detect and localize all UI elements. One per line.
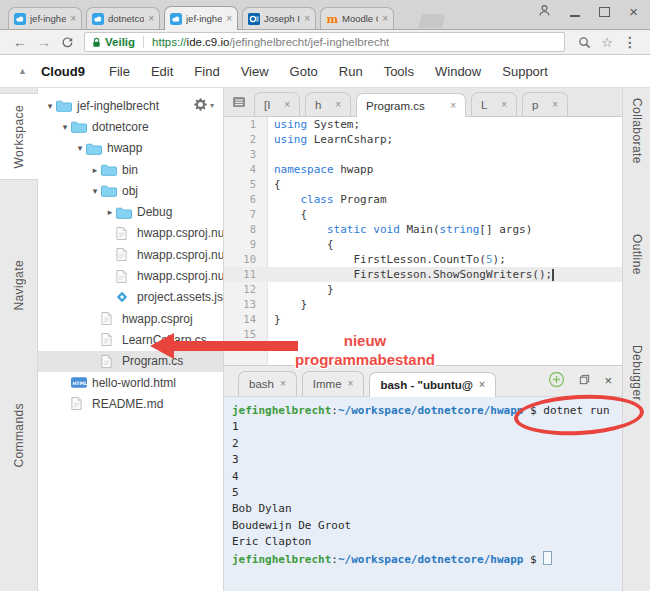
code-line[interactable]: 7 { [224, 207, 622, 222]
tab-close-icon[interactable] [552, 100, 558, 110]
right-rail-tab[interactable]: Debugger [630, 345, 644, 405]
tree-item[interactable]: hwapp.csproj [38, 308, 223, 329]
menu-item[interactable]: View [241, 64, 269, 79]
code-line[interactable]: 11 FirstLesson.ShowSongWriters(); [224, 267, 622, 282]
menu-item[interactable]: Run [339, 64, 363, 79]
code-editor[interactable]: 1 using System; 2 using LearnCsharp; 3 [224, 117, 622, 365]
code-line[interactable]: 5 { [224, 177, 622, 192]
menu-item[interactable]: File [109, 64, 130, 79]
tree-item[interactable]: dotnetcore [38, 116, 223, 137]
right-rail-tab[interactable]: Outline [630, 234, 644, 279]
collapse-menu-arrow-icon[interactable] [18, 66, 27, 76]
profile-icon[interactable] [538, 3, 551, 21]
tab-close-icon[interactable] [284, 100, 290, 110]
tree-item[interactable]: Debug [38, 201, 223, 222]
left-rail-tab[interactable]: Commands [0, 392, 37, 479]
tab-close-icon[interactable] [148, 14, 154, 24]
menu-item[interactable]: Window [435, 64, 481, 79]
terminal-tab-label: bash [249, 378, 274, 390]
tab-close-icon[interactable] [70, 14, 76, 24]
close-window-icon[interactable] [629, 5, 638, 19]
tree-item[interactable]: README.md [38, 393, 223, 414]
menu-item[interactable]: Edit [151, 64, 173, 79]
browser-tab[interactable]: jef-inghelbrecht - C [164, 6, 238, 30]
tree-item[interactable]: project.assets.jso [38, 287, 223, 308]
editor-tab[interactable]: [I [254, 92, 300, 116]
close-panel-icon[interactable] [604, 376, 612, 386]
text-cursor [552, 269, 554, 281]
tab-close-icon[interactable] [479, 380, 485, 390]
code-line[interactable]: 9 { [224, 237, 622, 252]
code-line[interactable]: 14 } [224, 312, 622, 327]
code-line[interactable]: 6 class Program [224, 192, 622, 207]
code-line[interactable]: 1 using System; [224, 117, 622, 132]
code-line[interactable]: 13 } [224, 297, 622, 312]
expander-icon[interactable] [44, 101, 56, 111]
tab-close-icon[interactable] [450, 101, 456, 111]
editor-tab[interactable]: Program.cs [356, 93, 466, 117]
terminal-tab[interactable]: Imme [302, 371, 365, 396]
expander-icon[interactable] [89, 165, 101, 175]
address-bar[interactable]: Veilig https://ide.c9.io/jefinghelbrecht… [84, 32, 565, 52]
menu-item[interactable]: Support [502, 64, 548, 79]
tab-favicon: m [326, 13, 338, 25]
tree-item[interactable]: hwapp.csproj.nug [38, 265, 223, 286]
tab-close-icon[interactable] [304, 14, 310, 24]
code-line[interactable]: 12 } [224, 282, 622, 297]
expander-icon[interactable] [59, 122, 71, 132]
code-line[interactable]: 8 static void Main(string[] args) [224, 222, 622, 237]
tree-item[interactable]: bin [38, 159, 223, 180]
reload-icon[interactable] [61, 36, 74, 49]
code-line[interactable]: 3 [224, 147, 622, 162]
zoom-indicator-icon[interactable] [578, 36, 591, 49]
left-rail-tab-label: Navigate [12, 260, 26, 311]
forward-icon[interactable] [37, 34, 51, 50]
terminal-tab[interactable]: bash - "ubuntu@ [369, 372, 496, 397]
editor-tab[interactable]: L [471, 92, 517, 116]
tree-item[interactable]: hwapp.csproj.nug [38, 244, 223, 265]
left-rail-tab[interactable]: Navigate [0, 249, 37, 322]
menu-item[interactable]: Tools [384, 64, 414, 79]
back-icon[interactable] [13, 34, 27, 50]
expander-icon[interactable] [104, 207, 116, 217]
code-line[interactable]: 10 FirstLesson.CountTo(5); [224, 252, 622, 267]
expander-icon[interactable] [89, 186, 101, 196]
bookmark-star-icon[interactable] [601, 35, 613, 50]
terminal-tab[interactable]: bash [238, 371, 297, 396]
tree-settings-gear-icon[interactable] [194, 98, 214, 114]
browser-tab[interactable]: dotnetcore - Cloud [86, 7, 160, 29]
tab-close-icon[interactable] [382, 14, 388, 24]
right-rail-tab[interactable]: Collaborate [630, 98, 644, 168]
editor-tab[interactable]: p [522, 92, 568, 116]
menu-item[interactable]: Find [194, 64, 219, 79]
code-line[interactable]: 4 namespace hwapp [224, 162, 622, 177]
code-line[interactable]: 2 using LearnCsharp; [224, 132, 622, 147]
maximize-icon[interactable] [599, 7, 610, 17]
expander-icon[interactable] [74, 143, 86, 153]
restore-panel-icon[interactable] [578, 372, 591, 390]
tab-list-icon[interactable] [232, 95, 246, 109]
menu-item[interactable]: Goto [290, 64, 318, 79]
editor-tab-label: Program.cs [366, 100, 425, 112]
browser-tab[interactable]: jef-inghelbrecht - C [8, 7, 82, 29]
tree-item[interactable]: hwapp [38, 138, 223, 159]
editor-tab[interactable]: h [305, 92, 351, 116]
browser-tab[interactable]: Joseph Inghelbrech [242, 7, 316, 29]
new-terminal-plus-icon[interactable] [548, 371, 565, 392]
new-tab-button[interactable] [418, 14, 447, 28]
browser-menu-icon[interactable] [623, 34, 637, 50]
minimize-icon[interactable] [570, 15, 580, 17]
tree-item[interactable]: HTML hello-world.html [38, 372, 223, 393]
tree-item[interactable]: hwapp.csproj.nug [38, 223, 223, 244]
tree-item[interactable]: obj [38, 180, 223, 201]
browser-tab[interactable]: m Moodle CVO Antw [320, 7, 394, 29]
tab-close-icon[interactable] [501, 100, 507, 110]
cloud9-brand-menu[interactable]: Cloud9 [41, 64, 85, 79]
lock-icon[interactable] [92, 37, 101, 48]
tab-close-icon[interactable] [226, 14, 232, 24]
tree-item[interactable]: jef-inghelbrecht [38, 95, 223, 116]
left-rail-tab[interactable]: Workspace [0, 94, 38, 179]
tab-close-icon[interactable] [335, 100, 341, 110]
tab-close-icon[interactable] [280, 379, 286, 389]
tab-close-icon[interactable] [348, 379, 354, 389]
